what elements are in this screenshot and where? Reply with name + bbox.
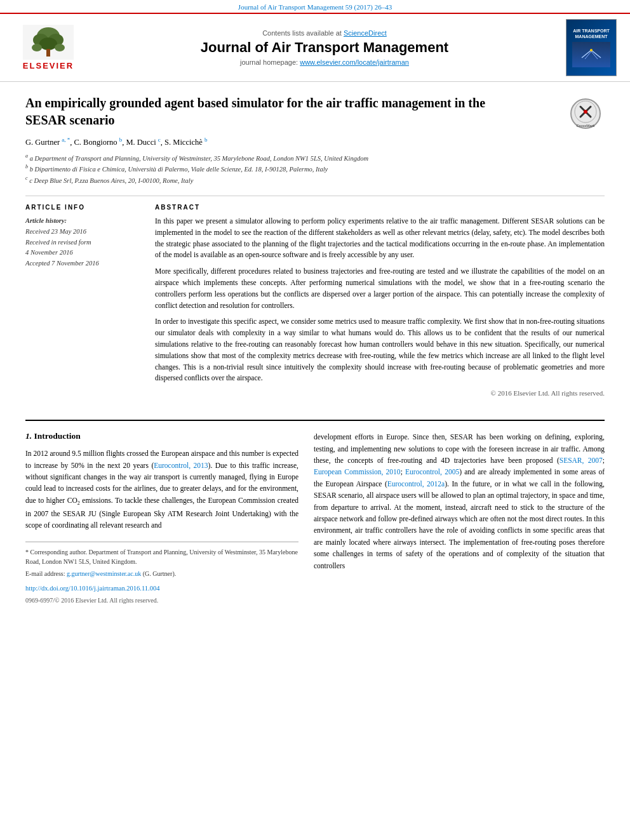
elsevier-wordmark: ELSEVIER	[23, 61, 74, 70]
sciencedirect-line: Contents lists available at ScienceDirec…	[262, 29, 387, 37]
intro-right-column: development efforts in Europe. Since the…	[314, 431, 605, 608]
homepage-line: journal homepage: www.elsevier.com/locat…	[240, 58, 409, 66]
doi-link[interactable]: http://dx.doi.org/10.1016/j.jairtraman.2…	[25, 583, 298, 594]
journal-cover-area: AIR TRANSPORTMANAGEMENT	[563, 19, 620, 76]
top-journal-ref: Journal of Air Transport Management 59 (…	[0, 0, 630, 13]
journal-header: ELSEVIER Contents lists available at Sci…	[0, 13, 630, 82]
issn-line: 0969-6997/© 2016 Elsevier Ltd. All right…	[25, 596, 298, 605]
svg-point-8	[590, 49, 593, 51]
intro-left-column: 1. Introduction In 2012 around 9.5 milli…	[25, 431, 298, 608]
journal-main-title: Journal of Air Transport Management	[201, 39, 448, 56]
authors-line: G. Gurtner a, *, C. Bongiorno b, M. Ducc…	[25, 137, 605, 147]
abstract-column: ABSTRACT In this paper we present a simu…	[155, 204, 605, 397]
svg-point-10	[584, 110, 587, 114]
sciencedirect-link[interactable]: ScienceDirect	[344, 29, 387, 37]
journal-cover-image: AIR TRANSPORTMANAGEMENT	[566, 19, 617, 76]
intro-right-text: development efforts in Europe. Since the…	[314, 431, 605, 571]
elsevier-logo-area: ELSEVIER	[10, 19, 86, 76]
svg-point-6	[32, 44, 42, 51]
crossmark-badge[interactable]: CrossMark	[566, 95, 605, 133]
svg-rect-5	[46, 49, 50, 57]
article-title: An empirically grounded agent based simu…	[25, 95, 554, 129]
intro-left-text: In 2012 around 9.5 million flights cross…	[25, 448, 298, 531]
abstract-text: In this paper we present a simulator all…	[155, 216, 605, 384]
eurocontrol-2013-link[interactable]: Eurocontrol, 2013	[154, 462, 208, 469]
eurocontrol-2012a-link[interactable]: Eurocontrol, 2012a	[387, 480, 445, 488]
homepage-link[interactable]: www.elsevier.com/locate/jairtraman	[300, 58, 409, 66]
copyright-line: © 2016 Elsevier Ltd. All rights reserved…	[155, 389, 605, 397]
article-info-column: ARTICLE INFO Article history: Received 2…	[25, 204, 140, 397]
sesar-2007-link[interactable]: SESAR, 2007	[560, 457, 603, 464]
journal-title-area: Contents lists available at ScienceDirec…	[97, 19, 553, 76]
email-link[interactable]: g.gurtner@westminster.ac.uk	[67, 570, 141, 577]
abstract-heading: ABSTRACT	[155, 204, 605, 211]
article-info-heading: ARTICLE INFO	[25, 204, 140, 211]
article-history: Article history: Received 23 May 2016 Re…	[25, 216, 140, 269]
crossmark-icon: CrossMark	[570, 98, 601, 129]
page-divider	[25, 420, 605, 421]
eurocontrol-2005-link[interactable]: Eurocontrol, 2005	[405, 468, 459, 476]
section-divider	[25, 196, 605, 196]
eu-commission-link[interactable]: European Commission, 2010	[314, 468, 401, 476]
main-content: An empirically grounded agent based simu…	[0, 82, 630, 410]
footnote-area: * Corresponding author. Department of Tr…	[25, 542, 298, 606]
intro-section-title: 1. Introduction	[25, 431, 298, 441]
elsevier-tree-icon	[23, 25, 74, 60]
article-info-abstract: ARTICLE INFO Article history: Received 2…	[25, 204, 605, 397]
svg-point-4	[39, 37, 57, 50]
svg-point-7	[55, 44, 65, 51]
affiliations: a a Department of Transport and Planning…	[25, 152, 605, 185]
body-content: 1. Introduction In 2012 around 9.5 milli…	[0, 431, 630, 608]
